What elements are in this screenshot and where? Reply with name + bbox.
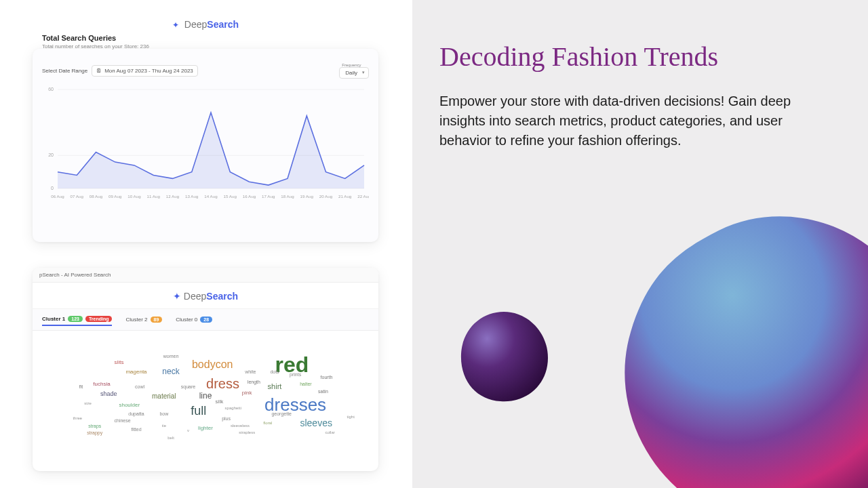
cloud-word: bow <box>159 411 168 415</box>
card1-subtitle: Total number of searches on your Store: … <box>42 43 369 49</box>
count-badge: 123 <box>68 316 83 322</box>
cloud-word: dots <box>270 369 279 374</box>
count-badge: 28 <box>200 317 212 323</box>
svg-text:22 Aug: 22 Aug <box>357 194 369 199</box>
cloud-word: cowl <box>135 384 144 389</box>
svg-text:13 Aug: 13 Aug <box>185 194 199 199</box>
svg-text:10 Aug: 10 Aug <box>127 194 141 199</box>
decorative-blob-large <box>597 190 868 488</box>
svg-text:16 Aug: 16 Aug <box>243 194 256 199</box>
cloud-word: three <box>73 416 82 420</box>
cloud-word: fourth <box>321 374 333 379</box>
cloud-word: belt <box>167 436 174 440</box>
cloud-word: shade <box>100 390 117 397</box>
svg-text:06 Aug: 06 Aug <box>51 194 64 199</box>
date-range-picker[interactable]: 🗓 Mon Aug 07 2023 - Thu Aug 24 2023 <box>92 65 198 77</box>
cloud-word: magenta <box>125 369 146 375</box>
cloud-word: fuchsia <box>93 381 110 387</box>
page-title: Decoding Fashion Trends <box>439 41 841 73</box>
cloud-word: fitted <box>131 427 141 432</box>
left-panel: ✦ DeepSearch Total Search Queries Total … <box>0 0 412 488</box>
cloud-word: shoulder <box>119 402 140 408</box>
svg-text:18 Aug: 18 Aug <box>281 194 294 199</box>
cloud-word: full <box>191 404 206 418</box>
calendar-icon: 🗓 <box>96 68 102 74</box>
svg-text:09 Aug: 09 Aug <box>108 194 122 199</box>
cloud-word: spaghetti <box>225 406 241 410</box>
tab-cluster-2[interactable]: Cluster 289 <box>125 317 162 325</box>
cloud-word: women <box>163 354 179 359</box>
search-queries-card: ✦ DeepSearch Total Search Queries Total … <box>33 49 378 242</box>
decorative-blob-small <box>453 305 555 407</box>
cloud-word: white <box>245 369 256 374</box>
line-chart: 0206006 Aug07 Aug08 Aug09 Aug10 Aug11 Au… <box>42 85 369 201</box>
cloud-word: square <box>181 384 195 389</box>
clusters-card: pSearch - AI Powered Search ✦ DeepSearch… <box>33 268 378 471</box>
cluster-tabs: Cluster 1123TrendingCluster 289Cluster 0… <box>33 309 378 331</box>
svg-text:08 Aug: 08 Aug <box>90 194 103 199</box>
cloud-word: halter <box>300 382 312 386</box>
svg-text:12 Aug: 12 Aug <box>166 194 180 199</box>
cloud-word: size <box>84 401 92 405</box>
right-panel: Decoding Fashion Trends Empower your sto… <box>412 0 868 488</box>
svg-text:19 Aug: 19 Aug <box>300 194 314 199</box>
frequency-control: Frequency Daily <box>339 63 369 79</box>
tab-label: Cluster 1 <box>42 316 65 322</box>
tab-label: Cluster 0 <box>176 317 197 323</box>
brand-search: Search <box>207 19 239 30</box>
cloud-word: slits <box>115 359 124 365</box>
cloud-word: dress <box>206 376 239 392</box>
cloud-word: shirt <box>268 382 282 390</box>
cloud-word: strapless <box>239 430 255 434</box>
cloud-word: material <box>152 392 176 400</box>
cloud-word: georgette <box>271 411 292 415</box>
cloud-word: bodycon <box>192 359 233 371</box>
cloud-word: prints <box>290 372 301 377</box>
card1-title: Total Search Queries <box>42 34 369 42</box>
cloud-word: neck <box>162 367 179 376</box>
sparkle-icon: ✦ <box>172 20 179 30</box>
cloud-word: tie <box>162 424 166 428</box>
brand-header-1: ✦ DeepSearch <box>42 19 369 30</box>
cloud-word: floral <box>263 421 272 425</box>
cloud-word: pink <box>242 390 252 396</box>
controls-left: Select Date Range 🗓 Mon Aug 07 2023 - Th… <box>42 65 198 77</box>
svg-text:11 Aug: 11 Aug <box>147 194 161 199</box>
count-badge: 89 <box>151 317 163 323</box>
cloud-word: straps <box>88 423 101 428</box>
tab-cluster-0[interactable]: Cluster 028 <box>176 317 212 325</box>
cloud-word: length <box>248 379 260 384</box>
cloud-word: fit <box>79 384 83 389</box>
svg-text:20 Aug: 20 Aug <box>319 194 333 199</box>
cloud-word: plus <box>222 415 231 420</box>
cloud-word: sleeveless <box>231 424 250 428</box>
brand-deep-2: Deep <box>184 291 206 302</box>
cloud-word: tight <box>347 415 355 419</box>
brand-deep: Deep <box>184 19 207 30</box>
word-cloud: reddressesdressbodyconfullsleeveslinenec… <box>33 338 378 460</box>
svg-text:07 Aug: 07 Aug <box>71 194 84 199</box>
svg-text:15 Aug: 15 Aug <box>224 194 237 199</box>
cloud-word: chinese <box>115 418 131 423</box>
svg-text:20: 20 <box>48 152 54 157</box>
cloud-word: sleeves <box>300 418 332 428</box>
chart-area: 0206006 Aug07 Aug08 Aug09 Aug10 Aug11 Au… <box>42 85 369 201</box>
page-body: Empower your store with data-driven deci… <box>439 92 826 150</box>
frequency-select[interactable]: Daily <box>339 67 369 79</box>
tab-cluster-1[interactable]: Cluster 1123Trending <box>42 316 112 326</box>
card2-header-small: pSearch - AI Powered Search <box>33 268 378 283</box>
cloud-word: v <box>187 428 189 432</box>
brand-search-2: Search <box>206 291 238 302</box>
tab-label: Cluster 2 <box>125 317 147 323</box>
svg-text:14 Aug: 14 Aug <box>204 194 218 199</box>
controls-row: Select Date Range 🗓 Mon Aug 07 2023 - Th… <box>42 63 369 79</box>
date-range-value: Mon Aug 07 2023 - Thu Aug 24 2023 <box>104 68 193 74</box>
cloud-word: dupatta <box>128 411 144 415</box>
date-range-label: Select Date Range <box>42 68 87 74</box>
cloud-word: silk <box>216 398 224 404</box>
cloud-word: line <box>199 391 212 401</box>
cloud-word: satin <box>318 389 328 394</box>
svg-text:21 Aug: 21 Aug <box>338 194 352 199</box>
cloud-word: lighter <box>198 425 213 431</box>
trending-badge: Trending <box>85 316 113 322</box>
